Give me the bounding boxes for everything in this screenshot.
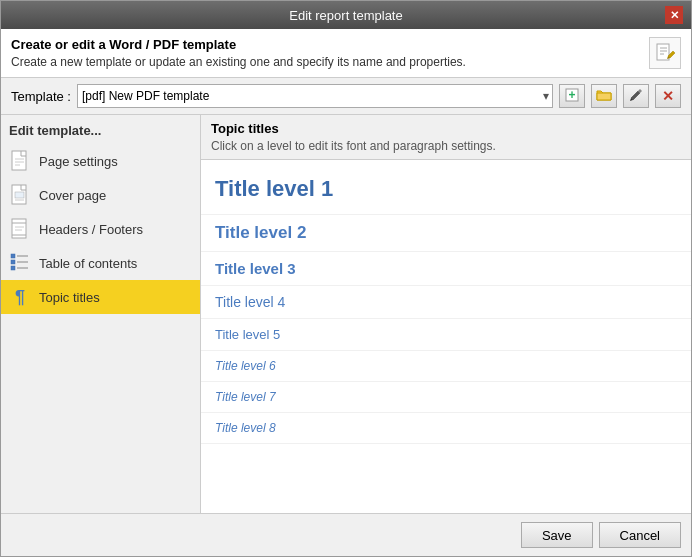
close-button[interactable]: ✕ <box>665 6 683 24</box>
title-level-1[interactable]: Title level 1 <box>201 164 691 215</box>
pencil-icon <box>629 88 643 105</box>
title-level-5[interactable]: Title level 5 <box>201 319 691 351</box>
sidebar-item-headers-footers[interactable]: Headers / Footers <box>1 212 200 246</box>
page-settings-label: Page settings <box>39 154 118 169</box>
headers-footers-icon <box>9 218 31 240</box>
template-row: Template : [pdf] New PDF template + <box>1 78 691 115</box>
svg-rect-11 <box>15 192 24 198</box>
sidebar-item-table-of-contents[interactable]: Table of contents <box>1 246 200 280</box>
save-button[interactable]: Save <box>521 522 593 548</box>
svg-rect-18 <box>11 254 15 258</box>
folder-icon <box>596 88 612 105</box>
sidebar-item-topic-titles[interactable]: ¶ Topic titles <box>1 280 200 314</box>
title-bar: Edit report template ✕ <box>1 1 691 29</box>
panel-subtitle: Click on a level to edit its font and pa… <box>211 139 681 153</box>
svg-rect-6 <box>12 151 26 170</box>
sidebar: Edit template... Page settings <box>1 115 201 513</box>
sidebar-header: Edit template... <box>1 123 200 144</box>
table-of-contents-icon <box>9 252 31 274</box>
template-select[interactable]: [pdf] New PDF template <box>77 84 553 108</box>
page-settings-icon <box>9 150 31 172</box>
cancel-button[interactable]: Cancel <box>599 522 681 548</box>
delete-template-button[interactable]: ✕ <box>655 84 681 108</box>
content-area: Edit template... Page settings <box>1 115 691 513</box>
header-text-block: Create or edit a Word / PDF template Cre… <box>11 37 649 69</box>
sidebar-item-page-settings[interactable]: Page settings <box>1 144 200 178</box>
cover-page-label: Cover page <box>39 188 106 203</box>
panel-title: Topic titles <box>211 121 681 136</box>
svg-rect-20 <box>11 266 15 270</box>
template-label: Template : <box>11 89 71 104</box>
svg-text:+: + <box>568 88 575 102</box>
edit-template-button[interactable] <box>623 84 649 108</box>
cover-page-icon <box>9 184 31 206</box>
topic-titles-icon: ¶ <box>9 286 31 308</box>
titles-list: Title level 1 Title level 2 Title level … <box>201 160 691 513</box>
window-title: Edit report template <box>27 8 665 23</box>
header-title: Create or edit a Word / PDF template <box>11 37 649 52</box>
title-level-4[interactable]: Title level 4 <box>201 286 691 319</box>
delete-icon: ✕ <box>662 88 674 104</box>
main-window: Edit report template ✕ Create or edit a … <box>0 0 692 557</box>
panel-header: Topic titles Click on a level to edit it… <box>201 115 691 160</box>
title-level-3[interactable]: Title level 3 <box>201 252 691 286</box>
header-area: Create or edit a Word / PDF template Cre… <box>1 29 691 78</box>
svg-rect-19 <box>11 260 15 264</box>
main-panel: Topic titles Click on a level to edit it… <box>201 115 691 513</box>
open-template-button[interactable] <box>591 84 617 108</box>
header-subtitle: Create a new template or update an exist… <box>11 55 649 69</box>
title-level-8[interactable]: Title level 8 <box>201 413 691 444</box>
headers-footers-label: Headers / Footers <box>39 222 143 237</box>
edit-template-icon <box>649 37 681 69</box>
sidebar-item-cover-page[interactable]: Cover page <box>1 178 200 212</box>
template-select-wrapper: [pdf] New PDF template <box>77 84 553 108</box>
add-template-button[interactable]: + <box>559 84 585 108</box>
title-level-6[interactable]: Title level 6 <box>201 351 691 382</box>
topic-titles-label: Topic titles <box>39 290 100 305</box>
add-icon: + <box>565 88 579 105</box>
table-of-contents-label: Table of contents <box>39 256 137 271</box>
footer-bar: Save Cancel <box>1 513 691 556</box>
title-level-2[interactable]: Title level 2 <box>201 215 691 252</box>
svg-rect-0 <box>657 44 669 60</box>
title-level-7[interactable]: Title level 7 <box>201 382 691 413</box>
